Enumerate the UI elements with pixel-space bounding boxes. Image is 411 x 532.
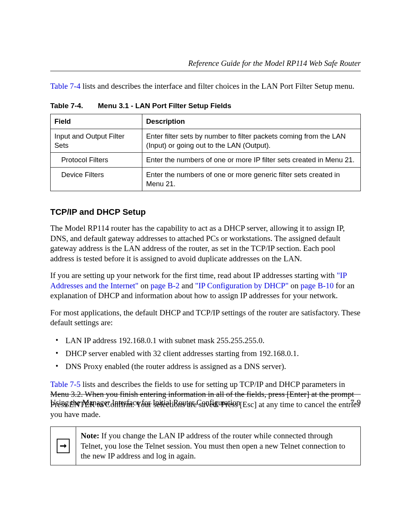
- cell-field-text: Input and Output Filter Sets: [54, 132, 124, 149]
- table-7-4-ref-link[interactable]: Table 7-4: [50, 81, 81, 91]
- table-row: Input and Output Filter Sets Enter filte…: [51, 129, 361, 153]
- table-row: Device Filters Enter the numbers of one …: [51, 168, 361, 191]
- cell-field: Protocol Filters: [51, 153, 142, 168]
- page-number: 7-9: [350, 398, 361, 407]
- text: If you are setting up your network for t…: [50, 271, 337, 280]
- footer: Using the Manager Interface for Initial …: [50, 394, 361, 407]
- filter-table: Field Description Input and Output Filte…: [50, 114, 361, 191]
- list-item: DHCP server enabled with 32 client addre…: [50, 348, 361, 359]
- list-item: LAN IP address 192.168.0.1 with subnet m…: [50, 335, 361, 346]
- footer-rule: [50, 394, 361, 395]
- page-b2-link[interactable]: page B-2: [150, 281, 179, 290]
- running-header: Reference Guide for the Model RP114 Web …: [50, 59, 361, 68]
- table-row: Protocol Filters Enter the numbers of on…: [51, 153, 361, 168]
- text: on: [139, 281, 151, 290]
- note-text-cell: Note: If you change the LAN IP address o…: [76, 427, 361, 465]
- cell-desc: Enter the numbers of one or more generic…: [142, 168, 361, 191]
- bullet-list: LAN IP address 192.168.0.1 with subnet m…: [50, 335, 361, 372]
- table-caption-label: Table 7-4.: [50, 102, 96, 110]
- list-item: DNS Proxy enabled (the router address is…: [50, 361, 361, 372]
- note-label: Note:: [81, 431, 99, 440]
- note-text: If you change the LAN IP address of the …: [81, 431, 345, 461]
- col-header-field: Field: [51, 114, 142, 129]
- col-header-description: Description: [142, 114, 361, 129]
- intro-text: lists and describes the interface and fi…: [81, 81, 355, 91]
- table-caption: Table 7-4. Menu 3.1 - LAN Port Filter Se…: [50, 102, 361, 110]
- table-head-row: Field Description: [51, 114, 361, 129]
- header-rule: [50, 71, 361, 71]
- footer-left: Using the Manager Interface for Initial …: [50, 398, 240, 407]
- note-icon-cell: ➞: [51, 427, 76, 465]
- cell-field-text: Protocol Filters: [54, 155, 108, 165]
- text: on: [288, 281, 301, 290]
- cell-desc: Enter filter sets by number to filter pa…: [142, 129, 361, 153]
- paragraph: For most applications, the default DHCP …: [50, 308, 361, 328]
- cell-field: Device Filters: [51, 168, 142, 191]
- section-heading: TCP/IP and DHCP Setup: [50, 207, 361, 217]
- arrow-right-icon: ➞: [57, 439, 70, 454]
- cell-field-text: Device Filters: [54, 170, 104, 179]
- intro-paragraph: Table 7-4 lists and describes the interf…: [50, 81, 361, 91]
- cell-desc: Enter the numbers of one or more IP filt…: [142, 153, 361, 168]
- note-box: ➞ Note: If you change the LAN IP address…: [50, 427, 361, 466]
- cell-field: Input and Output Filter Sets: [51, 129, 142, 153]
- paragraph: If you are setting up your network for t…: [50, 270, 361, 300]
- table-caption-title: Menu 3.1 - LAN Port Filter Setup Fields: [98, 102, 231, 110]
- page-b10-link[interactable]: page B-10: [301, 281, 334, 290]
- text: and: [180, 281, 195, 290]
- page: Reference Guide for the Model RP114 Web …: [0, 0, 411, 532]
- paragraph: The Model RP114 router has the capabilit…: [50, 223, 361, 264]
- table-7-5-ref-link[interactable]: Table 7-5: [50, 380, 81, 389]
- ip-config-dhcp-link[interactable]: "IP Configuration by DHCP": [195, 281, 289, 290]
